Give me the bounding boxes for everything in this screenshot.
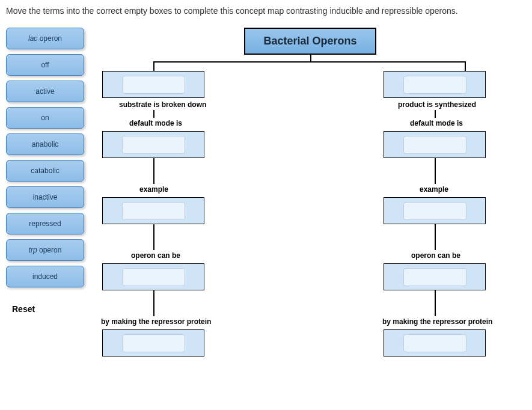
label-left-example: example [139, 185, 168, 194]
term-repressed[interactable]: repressed [6, 213, 84, 234]
term-list: lac operon off active on anabolic catabo… [6, 28, 84, 400]
drop-left-operon-state[interactable] [102, 263, 204, 290]
label-right-repressor: by making the repressor protein [382, 317, 492, 326]
drop-inner [122, 334, 185, 352]
drop-inner [122, 268, 185, 286]
drop-inner [122, 202, 185, 220]
connector-line [153, 61, 154, 72]
label-right-operon-can-be: operon can be [411, 251, 460, 260]
drop-right-repressor-state[interactable] [384, 329, 486, 356]
drop-right-type[interactable] [384, 71, 486, 98]
term-anabolic[interactable]: anabolic [6, 133, 84, 155]
label-left-operon-can-be: operon can be [131, 251, 180, 260]
label-right-default: default mode is [410, 119, 463, 127]
connector-line [435, 290, 436, 316]
term-label: operon [37, 246, 62, 254]
term-trp-operon[interactable]: trp operon [6, 239, 84, 261]
connector-line [153, 290, 154, 316]
connector-line [153, 110, 154, 118]
term-on[interactable]: on [6, 107, 84, 129]
diagram-title: Bacterial Operons [244, 28, 376, 55]
connector-line [435, 110, 436, 118]
drop-inner [403, 334, 466, 352]
drop-left-default[interactable] [102, 131, 204, 158]
drop-inner [403, 268, 466, 286]
drop-left-repressor-state[interactable] [102, 329, 204, 356]
label-left-default: default mode is [129, 119, 182, 127]
label-right-example: example [420, 185, 448, 194]
connector-line [153, 61, 466, 63]
drop-inner [122, 136, 185, 154]
main-container: lac operon off active on anabolic catabo… [6, 28, 526, 400]
connector-line [435, 224, 436, 250]
term-active[interactable]: active [6, 81, 84, 102]
drop-inner [403, 202, 466, 220]
connector-line [310, 54, 311, 62]
term-catabolic[interactable]: catabolic [6, 160, 84, 182]
connector-line [435, 158, 436, 184]
term-label: operon [37, 34, 62, 43]
connector-line [153, 224, 154, 250]
connector-line [153, 158, 154, 184]
connector-line [465, 61, 466, 72]
drop-inner [403, 136, 466, 154]
italic-lac: lac [28, 34, 37, 43]
instructions-text: Move the terms into the correct empty bo… [6, 6, 526, 16]
term-inactive[interactable]: inactive [6, 186, 84, 208]
italic-trp: trp [29, 246, 37, 254]
drop-inner [122, 76, 185, 94]
label-left-substrate: substrate is broken down [119, 100, 206, 109]
label-right-product: product is synthesized [398, 100, 476, 109]
drop-right-operon-state[interactable] [384, 263, 486, 290]
term-off[interactable]: off [6, 54, 84, 76]
drop-right-example[interactable] [384, 197, 486, 224]
concept-map: Bacterial Operons substrate is broken do… [90, 28, 526, 400]
term-lac-operon[interactable]: lac operon [6, 28, 84, 49]
reset-button[interactable]: Reset [6, 304, 84, 314]
drop-inner [403, 76, 466, 94]
term-induced[interactable]: induced [6, 266, 84, 287]
drop-right-default[interactable] [384, 131, 486, 158]
label-left-repressor: by making the repressor protein [101, 317, 211, 326]
drop-left-example[interactable] [102, 197, 204, 224]
drop-left-type[interactable] [102, 71, 204, 98]
